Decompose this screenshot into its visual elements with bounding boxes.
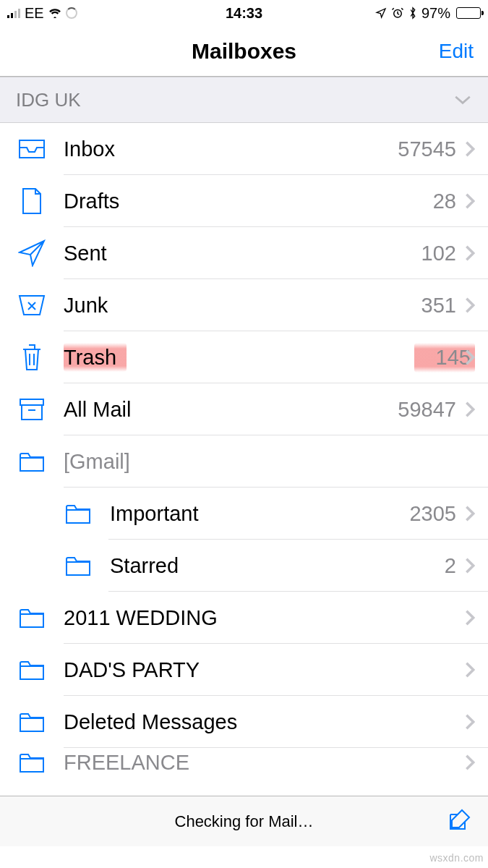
mailbox-label: Junk	[64, 294, 421, 318]
loading-spinner-icon	[66, 7, 77, 19]
archive-icon	[17, 395, 46, 424]
mailbox-count: 59847	[398, 398, 456, 422]
mailbox-label: Inbox	[64, 137, 398, 161]
mailbox-label: Deleted Messages	[64, 710, 465, 734]
mailbox-row-drafts[interactable]: Drafts 28	[0, 175, 488, 227]
location-icon	[375, 7, 387, 19]
mailbox-label: All Mail	[64, 398, 398, 422]
mailbox-row-dads-party[interactable]: DAD'S PARTY	[0, 644, 488, 696]
mailbox-count: 28	[433, 190, 456, 213]
chevron-right-icon	[465, 192, 475, 210]
edit-button[interactable]: Edit	[439, 40, 474, 63]
status-left: EE	[7, 5, 77, 22]
chevron-right-icon	[465, 244, 475, 262]
nav-header: Mailboxes Edit	[0, 26, 488, 77]
mailbox-count: 2305	[409, 502, 456, 526]
mailbox-count: 102	[421, 242, 456, 265]
folder-icon	[17, 655, 46, 684]
mailbox-label: Sent	[64, 242, 421, 265]
folder-icon	[17, 707, 46, 736]
chevron-right-icon	[465, 505, 475, 522]
mailbox-label: Starred	[110, 554, 445, 578]
status-time: 14:33	[226, 5, 262, 22]
mailbox-label: Trash	[64, 346, 414, 370]
chevron-right-icon	[465, 140, 475, 158]
mailbox-row-sent[interactable]: Sent 102	[0, 227, 488, 279]
chevron-right-icon	[465, 557, 475, 574]
compose-icon	[446, 807, 472, 833]
chevron-down-icon	[453, 94, 472, 106]
alarm-icon	[391, 7, 404, 20]
page-title: Mailboxes	[192, 39, 296, 64]
mailbox-count: 351	[421, 294, 456, 318]
toolbar-status: Checking for Mail…	[175, 812, 314, 831]
chevron-right-icon	[465, 609, 475, 626]
folder-icon	[17, 748, 46, 777]
chevron-right-icon	[465, 297, 475, 314]
folder-icon	[64, 551, 93, 580]
account-label: IDG UK	[16, 89, 81, 111]
chevron-right-icon	[465, 349, 475, 366]
junk-icon	[17, 291, 46, 320]
trash-icon	[17, 343, 46, 372]
bottom-toolbar: Checking for Mail…	[0, 796, 488, 846]
sent-icon	[17, 239, 46, 268]
mailbox-row-all-mail[interactable]: All Mail 59847	[0, 383, 488, 435]
mailbox-count: 2	[445, 554, 456, 578]
compose-button[interactable]	[446, 807, 472, 836]
account-section-header[interactable]: IDG UK	[0, 77, 488, 123]
mailbox-list: Inbox 57545 Drafts 28 Sent 102 Junk 351	[0, 123, 488, 777]
chevron-right-icon	[465, 713, 475, 731]
mailbox-label: 2011 WEDDING	[64, 606, 465, 630]
mailbox-label: Drafts	[64, 190, 433, 213]
mailbox-label: DAD'S PARTY	[64, 658, 465, 682]
folder-icon	[17, 603, 46, 632]
mailbox-row-2011-wedding[interactable]: 2011 WEDDING	[0, 592, 488, 644]
mailbox-row-deleted-messages[interactable]: Deleted Messages	[0, 696, 488, 748]
battery-icon	[456, 7, 481, 19]
mailbox-row-freelance[interactable]: FREELANCE	[0, 748, 488, 777]
carrier-label: EE	[25, 5, 44, 22]
drafts-icon	[17, 187, 46, 216]
bluetooth-icon	[408, 7, 417, 20]
mailbox-label: FREELANCE	[64, 751, 465, 775]
chevron-right-icon	[465, 754, 475, 771]
mailbox-row-starred[interactable]: Starred 2	[0, 540, 488, 592]
battery-percent: 97%	[421, 5, 450, 22]
inbox-icon	[17, 135, 46, 163]
chevron-right-icon	[465, 661, 475, 678]
wifi-icon	[48, 8, 61, 18]
mailbox-row-inbox[interactable]: Inbox 57545	[0, 123, 488, 175]
watermark: wsxdn.com	[429, 852, 484, 864]
folder-icon	[17, 447, 46, 476]
chevron-right-icon	[465, 401, 475, 418]
mailbox-row-gmail[interactable]: [Gmail]	[0, 435, 488, 488]
mailbox-row-important[interactable]: Important 2305	[0, 488, 488, 540]
folder-icon	[64, 499, 93, 528]
mailbox-label: Important	[110, 502, 409, 526]
mailbox-row-junk[interactable]: Junk 351	[0, 279, 488, 331]
status-bar: EE 14:33 97%	[0, 0, 488, 26]
mailbox-row-trash[interactable]: Trash 145	[0, 331, 488, 383]
mailbox-count: 57545	[398, 137, 456, 161]
signal-icon	[7, 8, 20, 18]
mailbox-label: [Gmail]	[64, 450, 488, 474]
status-right: 97%	[375, 5, 481, 22]
